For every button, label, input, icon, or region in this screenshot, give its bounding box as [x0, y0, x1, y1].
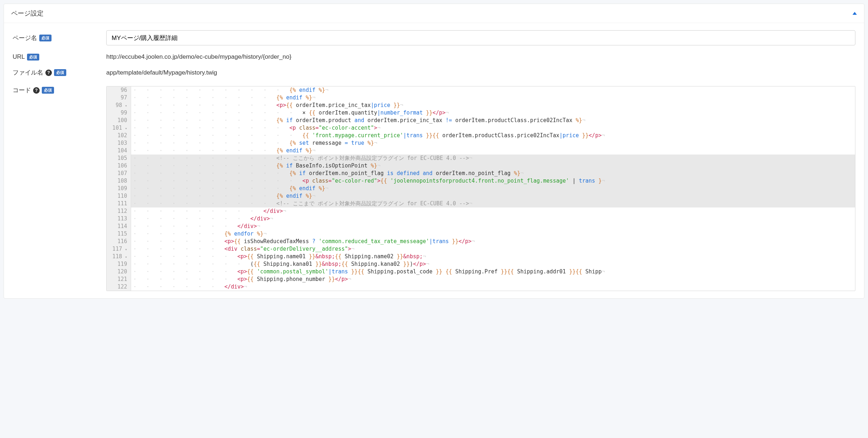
label-file-name: ファイル名 [13, 68, 43, 77]
code-line[interactable]: 118 ▾· · · · · · · · <p>{{ Shipping.name… [107, 253, 855, 260]
code-content[interactable]: · · · · · · · · · · · · · {{ 'front.mypa… [131, 132, 855, 139]
label-page-name: ページ名 [13, 34, 37, 42]
code-line[interactable]: 101 ▾· · · · · · · · · · · · <p class="e… [107, 124, 855, 132]
code-line[interactable]: 112· · · · · · · · · · </div>¬ [107, 207, 855, 215]
line-number: 103 [107, 139, 131, 147]
code-line[interactable]: 119· · · · · · · · · ({{ Shipping.kana01… [107, 260, 855, 268]
required-badge: 必須 [39, 35, 52, 41]
code-line[interactable]: 111· · · · · · · · · · · <!-- ここまで ポイント対… [107, 200, 855, 207]
row-page-name: ページ名 必須 [13, 30, 855, 45]
collapse-icon[interactable] [853, 12, 857, 15]
code-line[interactable]: 108· · · · · · · · · · · · · <p class="e… [107, 177, 855, 185]
code-content[interactable]: · · · · · · · {% endfor %}¬ [131, 230, 855, 238]
code-content[interactable]: · · · · · · · · · · · {% endif %}¬ [131, 94, 855, 102]
code-content[interactable]: · · · · · · · · · · · {% if orderItem.pr… [131, 117, 855, 124]
code-line[interactable]: 103· · · · · · · · · · · · {% set remess… [107, 139, 855, 147]
line-number: 109 [107, 185, 131, 192]
line-number: 99 [107, 109, 131, 117]
row-url: URL 必須 http://eccube4.joolen.co.jp/demo/… [13, 53, 855, 61]
code-line[interactable]: 98 ▾· · · · · · · · · · · <p>{{ orderIte… [107, 102, 855, 109]
code-content[interactable]: · · · · · · · · · · · · · <p class="ec-c… [131, 177, 855, 185]
line-number: 114 [107, 223, 131, 230]
code-content[interactable]: · · · · · · · · · · · <!-- ここまで ポイント対象外商… [131, 200, 855, 207]
code-content[interactable]: · · · · · · · · <p>{{ Shipping.phone_num… [131, 276, 855, 283]
code-line[interactable]: 116· · · · · · · <p>{{ isShowReducedTaxM… [107, 238, 855, 245]
line-number: 118 ▾ [107, 253, 131, 260]
card-body: ページ名 必須 URL 必須 http://eccube4.joolen.co.… [4, 23, 864, 298]
line-number: 107 [107, 170, 131, 177]
line-number: 116 [107, 238, 131, 245]
line-number: 104 [107, 147, 131, 155]
card-header[interactable]: ページ設定 [4, 4, 864, 23]
required-badge: 必須 [54, 69, 66, 76]
line-number: 100 [107, 117, 131, 124]
code-content[interactable]: · · · · · · · · · </div>¬ [131, 215, 855, 223]
code-line[interactable]: 105· · · · · · · · · · · <!-- ここから ポイント対… [107, 155, 855, 162]
page-settings-card: ページ設定 ページ名 必須 URL 必須 http://eccube4.jool… [4, 4, 864, 299]
code-line[interactable]: 102· · · · · · · · · · · · · {{ 'front.m… [107, 132, 855, 139]
code-content[interactable]: · · · · · · · </div>¬ [131, 283, 855, 291]
code-line[interactable]: 104· · · · · · · · · · · {% endif %}¬ [107, 147, 855, 155]
code-content[interactable]: · · · · · · · · </div>¬ [131, 223, 855, 230]
fold-icon[interactable]: ▾ [123, 255, 127, 259]
line-number: 106 [107, 162, 131, 170]
line-number: 105 [107, 155, 131, 162]
line-number: 111 [107, 200, 131, 207]
help-icon[interactable]: ? [45, 70, 52, 76]
page-name-input[interactable] [106, 30, 855, 45]
code-line[interactable]: 107· · · · · · · · · · · · {% if orderIt… [107, 170, 855, 177]
line-number: 98 ▾ [107, 102, 131, 109]
url-value: http://eccube4.joolen.co.jp/demo/ec-cube… [106, 53, 291, 60]
fold-icon[interactable]: ▾ [123, 104, 127, 108]
code-line[interactable]: 120· · · · · · · · <p>{{ 'common.postal_… [107, 268, 855, 276]
file-name-value: app/template/default/Mypage/history.twig [106, 69, 217, 76]
code-line[interactable]: 110· · · · · · · · · · · {% endif %}¬ [107, 192, 855, 200]
code-content[interactable]: · · · · · · · · · · · {% if BaseInfo.isO… [131, 162, 855, 170]
code-content[interactable]: · · · · · · · · · ({{ Shipping.kana01 }}… [131, 260, 855, 268]
code-editor[interactable]: 96· · · · · · · · · · · · {% endif %}¬97… [106, 86, 855, 291]
card-title: ページ設定 [11, 9, 44, 18]
fold-icon[interactable]: ▾ [123, 247, 127, 251]
code-content[interactable]: · · · · · · · · · · · · {% endif %}¬ [131, 86, 855, 94]
code-content[interactable]: · · · · · · · <div class="ec-orderDelive… [131, 245, 855, 253]
code-content[interactable]: · · · · · · · · · · · {% endif %}¬ [131, 147, 855, 155]
line-number: 108 [107, 177, 131, 185]
code-content[interactable]: · · · · · · · · · · · · {% set remessage… [131, 139, 855, 147]
code-line[interactable]: 122· · · · · · · </div>¬ [107, 283, 855, 291]
line-number: 113 [107, 215, 131, 223]
line-number: 117 ▾ [107, 245, 131, 253]
code-line[interactable]: 109· · · · · · · · · · · · {% endif %}¬ [107, 185, 855, 192]
code-line[interactable]: 114· · · · · · · · </div>¬ [107, 223, 855, 230]
code-content[interactable]: · · · · · · · · · · · {% endif %}¬ [131, 192, 855, 200]
code-line[interactable]: 106· · · · · · · · · · · {% if BaseInfo.… [107, 162, 855, 170]
required-badge: 必須 [42, 87, 54, 94]
help-icon[interactable]: ? [33, 87, 40, 94]
code-content[interactable]: · · · · · · · · <p>{{ Shipping.name01 }}… [131, 253, 855, 260]
code-content[interactable]: · · · · · · · · · · · · {% if orderItem.… [131, 170, 855, 177]
code-content[interactable]: · · · · · · · · · · · · {% endif %}¬ [131, 185, 855, 192]
required-badge: 必須 [27, 54, 39, 61]
code-line[interactable]: 99· · · · · · · · · · · · · × {{ orderIt… [107, 109, 855, 117]
code-line[interactable]: 121· · · · · · · · <p>{{ Shipping.phone_… [107, 276, 855, 283]
line-number: 96 [107, 86, 131, 94]
code-line[interactable]: 97· · · · · · · · · · · {% endif %}¬ [107, 94, 855, 102]
fold-icon[interactable]: ▾ [123, 126, 127, 130]
code-line[interactable]: 96· · · · · · · · · · · · {% endif %}¬ [107, 86, 855, 94]
code-content[interactable]: · · · · · · · · · · · <p>{{ orderItem.pr… [131, 102, 855, 109]
label-url: URL [13, 53, 25, 61]
line-number: 97 [107, 94, 131, 102]
row-code: コード ? 必須 96· · · · · · · · · · · · {% en… [13, 85, 855, 291]
code-content[interactable]: · · · · · · · · · · </div>¬ [131, 207, 855, 215]
code-content[interactable]: · · · · · · · · · · · <!-- ここから ポイント対象外商… [131, 155, 855, 162]
line-number: 120 [107, 268, 131, 276]
row-file-name: ファイル名 ? 必須 app/template/default/Mypage/h… [13, 68, 855, 77]
code-content[interactable]: · · · · · · · · · · · · · × {{ orderItem… [131, 109, 855, 117]
code-line[interactable]: 117 ▾· · · · · · · <div class="ec-orderD… [107, 245, 855, 253]
line-number: 121 [107, 276, 131, 283]
code-content[interactable]: · · · · · · · · · · · · <p class="ec-col… [131, 124, 855, 132]
code-content[interactable]: · · · · · · · · <p>{{ 'common.postal_sym… [131, 268, 855, 276]
code-line[interactable]: 113· · · · · · · · · </div>¬ [107, 215, 855, 223]
code-line[interactable]: 100· · · · · · · · · · · {% if orderItem… [107, 117, 855, 124]
code-content[interactable]: · · · · · · · <p>{{ isShowReducedTaxMess… [131, 238, 855, 245]
code-line[interactable]: 115· · · · · · · {% endfor %}¬ [107, 230, 855, 238]
